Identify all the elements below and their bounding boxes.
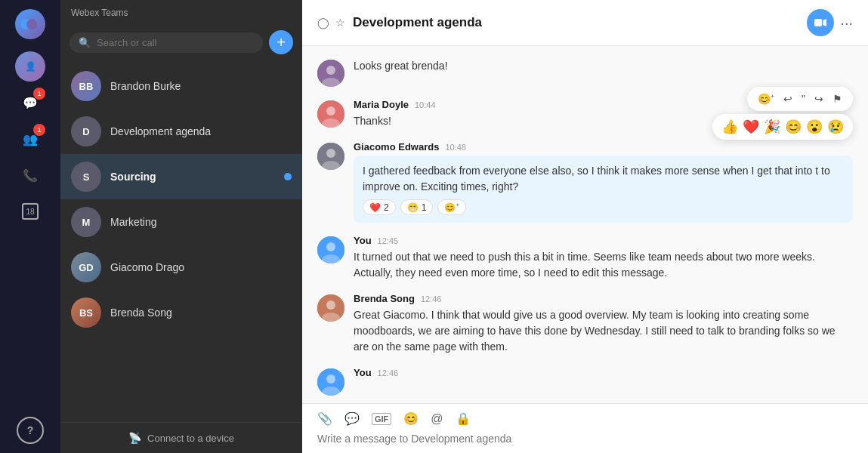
svg-point-11 bbox=[326, 149, 335, 158]
star-icon[interactable]: ☆ bbox=[335, 17, 345, 29]
app-logo bbox=[15, 9, 45, 39]
message-format-icon[interactable]: 💬 bbox=[344, 411, 360, 426]
msg-time-5: 12:46 bbox=[421, 294, 442, 304]
help-label: ? bbox=[27, 424, 34, 436]
app-title: Webex Teams bbox=[60, 0, 302, 21]
gif-icon[interactable]: GIF bbox=[372, 413, 391, 425]
contact-info-brandon: Brandon Burke bbox=[110, 80, 292, 92]
sidebar-avatar[interactable]: 👤 bbox=[15, 51, 45, 82]
msg-body-3: Giacomo Edwards 10:48 😊+ ↩ " ↪ ⚑ 👍 ❤️ 🎉 … bbox=[354, 141, 853, 223]
contact-name-brenda-song: Brenda Song bbox=[110, 307, 292, 319]
chat-toolbar: 📎 💬 GIF 😊 @ 🔒 bbox=[317, 411, 853, 426]
avatar-msg3 bbox=[317, 143, 344, 170]
msg-sender-4: You bbox=[354, 235, 372, 246]
chat-input-area: 📎 💬 GIF 😊 @ 🔒 bbox=[302, 403, 868, 453]
sidebar: 👤 💬 1 👥 1 📞 18 ? bbox=[0, 0, 60, 453]
sidebar-calendar-icon[interactable]: 18 bbox=[15, 196, 45, 226]
add-reaction-badge[interactable]: 😊+ bbox=[437, 199, 466, 215]
reply-icon[interactable]: ↩ bbox=[780, 90, 795, 108]
contacts-panel: Webex Teams 🔍 + BB Brandon Burke D Devel… bbox=[60, 0, 302, 453]
sidebar-contacts-icon[interactable]: 👥 1 bbox=[15, 124, 45, 154]
attachment-icon[interactable]: 📎 bbox=[317, 411, 332, 426]
contact-item-development[interactable]: D Development agenda bbox=[60, 109, 302, 154]
more-options-button[interactable]: ··· bbox=[840, 14, 853, 32]
contact-name-giacomo-drago: Giacomo Drago bbox=[110, 261, 292, 273]
contact-item-marketing[interactable]: M Marketing bbox=[60, 199, 302, 245]
messages-area: Looks great brenda! Maria Doyle 10:44 Th… bbox=[302, 46, 868, 403]
reaction-badge-grin[interactable]: 😁 1 bbox=[400, 199, 434, 215]
msg-body-4: You 12:45 It turned out that we need to … bbox=[354, 235, 853, 281]
avatar-msg4 bbox=[317, 236, 344, 263]
contact-name-development: Development agenda bbox=[110, 125, 292, 137]
contact-item-brandon[interactable]: BB Brandon Burke bbox=[60, 63, 302, 109]
search-bar: 🔍 + bbox=[60, 21, 302, 63]
msg-body-5: Brenda Song 12:46 Great Giacomo. I think… bbox=[354, 293, 853, 355]
contact-item-brenda-song[interactable]: BS Brenda Song bbox=[60, 290, 302, 335]
message-group-1: Looks great brenda! bbox=[317, 58, 853, 87]
contact-name-brandon: Brandon Burke bbox=[110, 80, 292, 92]
msg-text-4: It turned out that we need to push this … bbox=[354, 249, 853, 281]
quote-icon[interactable]: " bbox=[798, 90, 808, 108]
contact-item-sourcing[interactable]: S Sourcing bbox=[60, 154, 302, 199]
lock-icon[interactable]: 🔒 bbox=[456, 411, 471, 426]
connect-device-footer[interactable]: 📡 Connect to a device bbox=[60, 422, 302, 453]
avatar-msg1 bbox=[317, 60, 344, 87]
chat-header: ◯ ☆ Development agenda ··· bbox=[302, 0, 868, 46]
msg-meta-3: Giacomo Edwards 10:48 bbox=[354, 141, 853, 153]
avatar-msg2 bbox=[317, 100, 344, 128]
emoji-reaction-bar: 👍 ❤️ 🎉 😊 😮 😢 bbox=[712, 114, 853, 140]
chat-area: ◯ ☆ Development agenda ··· bbox=[302, 0, 868, 453]
msg-body-6: You 12:46 bbox=[354, 367, 853, 396]
contact-avatar-marketing: M bbox=[71, 207, 101, 237]
msg-sender-6: You bbox=[354, 367, 372, 378]
video-call-button[interactable] bbox=[807, 9, 834, 36]
emoji-icon[interactable]: 😊 bbox=[403, 411, 419, 426]
contact-name-sourcing: Sourcing bbox=[110, 171, 275, 183]
back-icon[interactable]: ◯ bbox=[317, 17, 329, 29]
msg-highlighted-3: I gathered feedback from everyone else a… bbox=[354, 156, 853, 223]
message-input[interactable] bbox=[317, 433, 853, 445]
cast-icon: 📡 bbox=[128, 432, 141, 444]
header-actions: ··· bbox=[807, 9, 853, 36]
forward-icon[interactable]: ↪ bbox=[811, 90, 826, 108]
contact-avatar-brandon: BB bbox=[71, 71, 101, 101]
reaction-thumbsup[interactable]: 👍 bbox=[721, 119, 738, 135]
msg-time-6: 12:46 bbox=[378, 368, 399, 378]
flag-icon[interactable]: ⚑ bbox=[829, 90, 845, 108]
mention-icon[interactable]: @ bbox=[431, 412, 443, 426]
avatar-msg6 bbox=[317, 368, 344, 396]
contact-item-giacomo-drago[interactable]: GD Giacomo Drago bbox=[60, 245, 302, 290]
add-reaction-icon[interactable]: 😊+ bbox=[755, 90, 777, 108]
add-contact-button[interactable]: + bbox=[269, 30, 293, 54]
reaction-party[interactable]: 🎉 bbox=[764, 119, 780, 135]
msg-text-3: I gathered feedback from everyone else a… bbox=[363, 163, 844, 195]
msg-text-5: Great Giacomo. I think that would give u… bbox=[354, 307, 853, 355]
msg-text-1: Looks great brenda! bbox=[354, 58, 853, 74]
svg-point-20 bbox=[326, 374, 335, 384]
sidebar-calls-icon[interactable]: 📞 bbox=[15, 160, 45, 190]
contact-avatar-giacomo-drago: GD bbox=[71, 252, 101, 282]
reaction-surprised[interactable]: 😮 bbox=[806, 119, 823, 135]
contacts-badge: 1 bbox=[33, 124, 45, 136]
reaction-heart[interactable]: ❤️ bbox=[743, 119, 759, 135]
contact-avatar-brenda-song: BS bbox=[71, 297, 101, 328]
sidebar-messages-icon[interactable]: 💬 1 bbox=[15, 88, 45, 118]
message-group-3: Giacomo Edwards 10:48 😊+ ↩ " ↪ ⚑ 👍 ❤️ 🎉 … bbox=[317, 141, 853, 223]
reaction-badge-heart[interactable]: ❤️ 2 bbox=[363, 199, 396, 215]
reaction-sad[interactable]: 😢 bbox=[827, 119, 844, 135]
msg-time-2: 10:44 bbox=[415, 100, 436, 109]
contact-avatar-sourcing: S bbox=[71, 162, 101, 192]
messages-badge: 1 bbox=[33, 88, 45, 100]
avatar-msg5 bbox=[317, 294, 344, 322]
sidebar-help-icon[interactable]: ? bbox=[17, 417, 44, 444]
svg-marker-3 bbox=[823, 19, 826, 26]
search-input[interactable] bbox=[97, 37, 254, 48]
reaction-heart-count: 2 bbox=[384, 202, 389, 213]
message-reactions: ❤️ 2 😁 1 😊+ bbox=[363, 199, 844, 215]
reaction-smile[interactable]: 😊 bbox=[785, 119, 802, 135]
reaction-grin-count: 1 bbox=[422, 202, 427, 213]
search-icon: 🔍 bbox=[79, 37, 91, 48]
svg-point-8 bbox=[326, 106, 335, 116]
unread-dot-sourcing bbox=[284, 173, 292, 180]
msg-meta-4: You 12:45 bbox=[354, 235, 853, 246]
